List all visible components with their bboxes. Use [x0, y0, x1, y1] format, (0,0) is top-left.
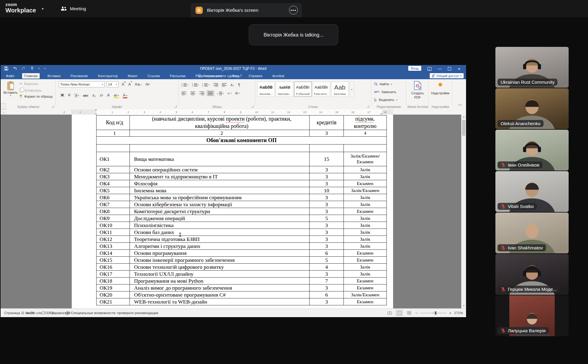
grow-font-button[interactable]: А▲	[122, 82, 124, 86]
justify-button[interactable]	[207, 90, 214, 96]
ribbon-tab[interactable]: Файл	[4, 73, 16, 79]
copy-button[interactable]: Копировать	[19, 88, 53, 92]
borders-button[interactable]: ⊞▾	[235, 91, 240, 95]
clear-formatting-button[interactable]: А◤	[145, 82, 150, 86]
dialog-launcher-icon[interactable]	[251, 105, 254, 108]
dialog-launcher-icon[interactable]	[367, 105, 369, 108]
create-pdf-label[interactable]: Создать PDF	[407, 91, 428, 100]
collapse-ribbon-icon[interactable]	[458, 104, 462, 108]
multilevel-list-button[interactable]: ▾	[202, 83, 209, 87]
ribbon-tab[interactable]: Макет	[126, 73, 140, 79]
undo-icon[interactable]	[13, 67, 17, 70]
tell-me-search[interactable]: Что вы хотите сделать?	[198, 73, 242, 79]
document-page[interactable]: Код н/д(навчальні дисципліни, курсові пр…	[72, 115, 393, 308]
participant-tile[interactable]: Ukrainian Rust Community	[495, 47, 569, 88]
ribbon-tab[interactable]: Рассылки	[168, 73, 188, 79]
ribbon-tab[interactable]: Acrobat	[270, 73, 287, 79]
decrease-indent-button[interactable]	[213, 83, 218, 87]
subscript-button[interactable]: X₂	[92, 94, 96, 97]
redo-icon[interactable]	[21, 67, 26, 70]
zoom-in-button[interactable]: +	[449, 311, 452, 315]
numbering-button[interactable]: ▾	[192, 83, 199, 87]
align-left-button[interactable]	[182, 91, 187, 95]
style-card[interactable]: АаБбВЗаголово...	[257, 82, 275, 97]
vertical-scrollbar[interactable]: ▲ ▼	[461, 115, 466, 308]
shading-button[interactable]: ◆▾	[227, 91, 232, 95]
align-right-button[interactable]	[199, 91, 204, 95]
word-count[interactable]: Число слов: 3365	[25, 309, 54, 317]
sign-in-button[interactable]: Вход	[408, 66, 421, 71]
bullets-button[interactable]: ▾	[182, 83, 189, 87]
ribbon-tab[interactable]: Конструктор	[96, 73, 120, 79]
cut-button[interactable]: ✂Вырезать	[19, 82, 53, 86]
show-marks-button[interactable]: ¶	[238, 83, 240, 87]
scroll-down-icon[interactable]: ▼	[462, 304, 466, 308]
read-mode-button[interactable]	[386, 310, 393, 316]
change-case-button[interactable]: Аа▾	[135, 82, 141, 86]
zoom-level[interactable]: 171%	[454, 311, 463, 315]
style-card[interactable]: АаБбВЗаголово...	[276, 82, 293, 97]
participant-tile[interactable]: Іван Олейніков	[495, 130, 569, 171]
tab-meeting[interactable]: Meeting	[61, 0, 86, 17]
addins-icon[interactable]	[439, 83, 442, 86]
share-button[interactable]: Общий доступ ▾	[430, 73, 464, 78]
font-size-select[interactable]: 14▾	[107, 81, 119, 87]
chevron-down-icon[interactable]: ▾	[42, 7, 44, 11]
scrollbar-thumb[interactable]	[462, 120, 465, 136]
style-card[interactable]: АаbЗаголовок	[331, 82, 349, 97]
underline-button[interactable]: Ч▾	[74, 93, 79, 97]
dialog-launcher-icon[interactable]	[51, 105, 54, 108]
tab-shared-screen[interactable]: B Вікторія Жебка's screen ●●●	[191, 3, 302, 17]
line-spacing-button[interactable]: ↕▾	[217, 91, 224, 95]
tab-stop-selector[interactable]: L	[1, 109, 6, 114]
dialog-launcher-icon[interactable]	[174, 105, 177, 108]
shrink-font-button[interactable]: А▼	[128, 82, 131, 86]
print-layout-button[interactable]	[396, 310, 403, 316]
superscript-button[interactable]: X²	[100, 94, 103, 97]
addins-label[interactable]: Надстройки	[429, 91, 452, 95]
participant-tile[interactable]: Герцюк Микола Моде...	[495, 254, 569, 295]
participant-tile[interactable]: Oleksii Ananchenko	[495, 88, 569, 129]
format-painter-button[interactable]: Формат по образцу	[19, 95, 53, 98]
more-options-icon[interactable]: ●●●	[289, 6, 298, 15]
ribbon-tab[interactable]: Ссылки	[146, 73, 162, 79]
close-button[interactable]: ×	[455, 65, 464, 73]
minimize-button[interactable]: —	[435, 65, 444, 73]
zoom-slider-thumb[interactable]	[435, 311, 436, 315]
participant-tile[interactable]: Лапуцька Валерія	[495, 295, 569, 336]
ribbon-tab[interactable]: Справка	[247, 73, 264, 79]
save-icon[interactable]	[4, 67, 8, 70]
first-line-indent-marker[interactable]	[95, 109, 97, 111]
text-effects-button[interactable]: А	[107, 93, 110, 97]
select-button[interactable]: Выделить▾	[374, 98, 397, 102]
participant-tile[interactable]: Ivan Shakhmatov	[495, 213, 569, 253]
ribbon-tab[interactable]: Вставка	[45, 73, 63, 79]
ribbon-tab[interactable]: Рисование	[68, 73, 90, 79]
strikethrough-button[interactable]: abc	[83, 94, 88, 97]
proofing-status-icon[interactable]	[42, 309, 46, 317]
sort-button[interactable]: А↓	[231, 83, 235, 87]
styles-gallery-more-icon[interactable]: ▾	[350, 82, 354, 97]
customize-qat-icon[interactable]: ═	[44, 67, 46, 70]
italic-button[interactable]: К	[68, 93, 71, 97]
increase-indent-button[interactable]	[222, 83, 227, 87]
ribbon-tab[interactable]: Главная	[22, 73, 40, 79]
accessibility-checker[interactable]: Специальные возможности: проверьте реком…	[65, 309, 158, 317]
ribbon-display-options-button[interactable]: ▾	[425, 65, 434, 73]
participant-tile[interactable]: Vitalii Svatko	[495, 171, 569, 212]
replace-button[interactable]: ab↷ Заменить	[374, 90, 396, 94]
style-card[interactable]: АаБбВг¶ Обычный	[294, 82, 312, 97]
zoom-slider[interactable]	[420, 311, 446, 315]
restore-button[interactable]	[445, 65, 454, 73]
chevron-down-icon[interactable]: ▾	[38, 67, 40, 70]
zoom-out-button[interactable]: −	[415, 311, 418, 315]
align-center-button[interactable]	[190, 91, 195, 95]
touch-mode-icon[interactable]	[30, 67, 34, 70]
font-name-select[interactable]: Times New Roman▾	[59, 81, 105, 87]
highlight-color-button[interactable]: ab▾	[114, 93, 119, 97]
style-card[interactable]: АаБбВг¶ Без инте...	[313, 82, 330, 97]
create-pdf-icon[interactable]	[414, 81, 422, 90]
bold-button[interactable]: Ж	[61, 93, 64, 97]
paste-button[interactable]: Вставить ▾	[4, 81, 18, 103]
font-color-button[interactable]: А▾	[123, 93, 127, 97]
